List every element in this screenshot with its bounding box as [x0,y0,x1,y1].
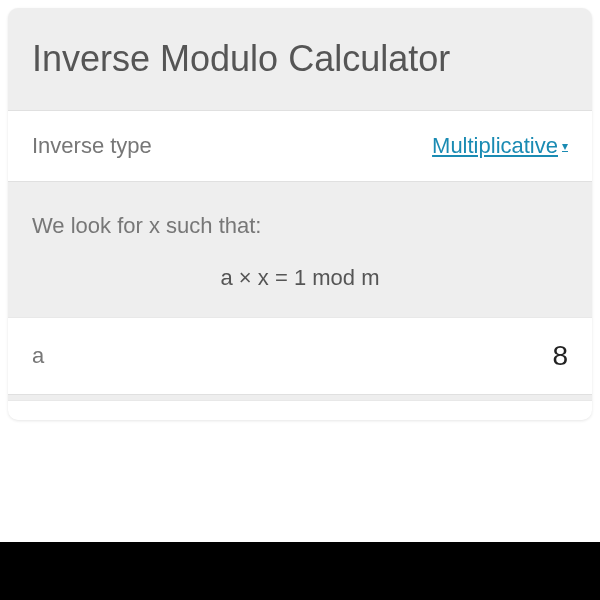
inverse-type-dropdown[interactable]: Multiplicative ▾ [432,133,568,159]
bottom-bar [0,542,600,600]
input-a-row[interactable]: a 8 [8,317,592,394]
input-a-label: a [32,343,44,369]
inverse-type-value: Multiplicative [432,133,558,159]
partial-row [8,400,592,420]
chevron-down-icon: ▾ [562,139,568,153]
inverse-type-row: Inverse type Multiplicative ▾ [8,111,592,181]
description-section: We look for x such that: a × x = 1 mod m [8,187,592,317]
formula-text: a × x = 1 mod m [32,265,568,291]
inverse-type-label: Inverse type [32,133,152,159]
calculator-panel: Inverse Modulo Calculator Inverse type M… [8,8,592,420]
input-a-value: 8 [552,340,568,372]
calculator-title: Inverse Modulo Calculator [8,8,592,111]
description-text: We look for x such that: [32,213,568,239]
